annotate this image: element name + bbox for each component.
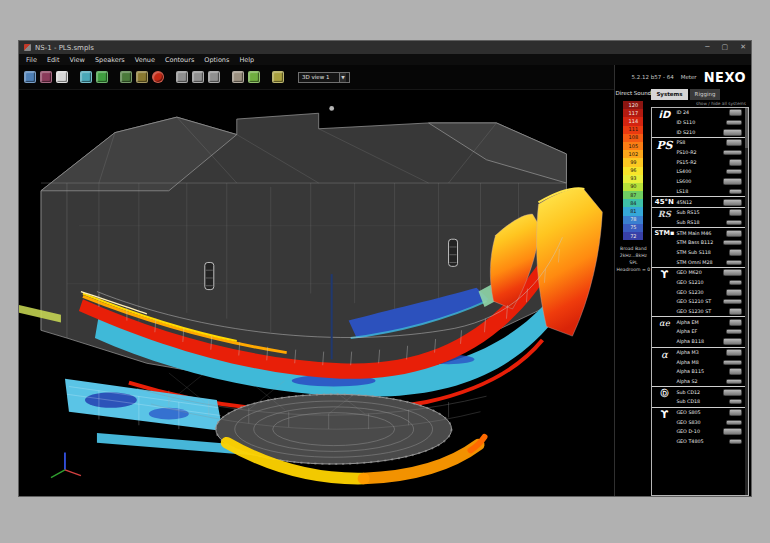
palette-item[interactable]: Alpha EM: [676, 317, 745, 327]
alpha-series-logo: α: [652, 348, 676, 387]
palette-item[interactable]: GEO S1210: [676, 278, 745, 288]
menu-edit[interactable]: Edit: [47, 56, 60, 64]
scale-value: 72: [630, 234, 636, 239]
listener-position-3-icon[interactable]: [208, 71, 220, 83]
palette-item[interactable]: STM Main M46: [676, 228, 745, 238]
tab-systems[interactable]: Systems: [651, 89, 687, 100]
view-selector[interactable]: 3D view 1▼: [298, 72, 350, 83]
speaker-thumbnail: [729, 209, 742, 216]
maximize-button[interactable]: ▢: [722, 41, 729, 54]
palette-item[interactable]: GEO S1230 ST: [676, 307, 745, 317]
palette-item[interactable]: Alpha EF: [676, 327, 745, 337]
options-icon[interactable]: [272, 71, 284, 83]
palette-item[interactable]: GEO S1210 ST: [676, 297, 745, 307]
palette-item[interactable]: STM Bass B112: [676, 238, 745, 248]
open-project-icon[interactable]: [24, 71, 36, 83]
link-views-icon[interactable]: [80, 71, 92, 83]
rotate-view-icon[interactable]: [232, 71, 244, 83]
palette-item[interactable]: STM Omni M28: [676, 257, 745, 267]
palette-item[interactable]: LS18: [676, 187, 745, 197]
new-view-icon[interactable]: [56, 71, 68, 83]
palette-item[interactable]: ID S210: [676, 127, 745, 137]
speaker-thumbnail: [723, 178, 742, 185]
spl-color-scale: 1201171141111081051029996939087848178757…: [623, 101, 643, 240]
menu-speakers[interactable]: Speakers: [95, 56, 125, 64]
menu-contours[interactable]: Contours: [165, 56, 194, 64]
speaker-thumbnail: [726, 349, 742, 356]
palette-item[interactable]: 45N12: [676, 197, 745, 207]
legend-title: Direct Sound: [616, 90, 652, 96]
palette-item-label: Sub CD12: [676, 390, 723, 395]
palette-item[interactable]: GEO S805: [676, 408, 745, 418]
palette-item[interactable]: Alpha S2: [676, 377, 745, 387]
speaker-thumbnail: [723, 129, 742, 136]
scale-value: 81: [630, 209, 636, 214]
palette-item[interactable]: GEO S830: [676, 417, 745, 427]
palette-item-label: GEO S1210 ST: [676, 299, 723, 304]
palette-item[interactable]: GEO S1230: [676, 287, 745, 297]
compute-icon[interactable]: [152, 71, 164, 83]
palette-item[interactable]: LS600: [676, 177, 745, 187]
palette-item[interactable]: PS8: [676, 138, 745, 148]
save-project-icon[interactable]: [40, 71, 52, 83]
chevron-down-icon[interactable]: ▼: [339, 73, 346, 82]
cd-series-logo: Ⓓ: [652, 387, 676, 406]
palette-item[interactable]: LS400: [676, 167, 745, 177]
tab-rigging[interactable]: Rigging: [690, 89, 721, 100]
close-button[interactable]: ✕: [740, 41, 746, 54]
measure-icon[interactable]: [248, 71, 260, 83]
palette-section-alpha-series: αAlpha M3Alpha M8Alpha B115Alpha S2: [652, 348, 745, 388]
palette-item[interactable]: Sub RS18: [676, 218, 745, 228]
palette-item[interactable]: STM Sub S118: [676, 248, 745, 258]
palette-item[interactable]: GEO D-10: [676, 427, 745, 437]
rigging-point[interactable]: [329, 106, 334, 111]
speaker-thumbnail: [723, 299, 742, 304]
palette-section-45n-series: 45°N45N12: [652, 197, 745, 208]
scale-band: 81: [623, 207, 643, 215]
speaker-thumbnail: [729, 399, 742, 404]
scale-value: 78: [630, 217, 636, 222]
venue-editor-icon[interactable]: [120, 71, 132, 83]
palette-item-label: GEO M620: [676, 270, 723, 275]
palette-item[interactable]: Sub RS15: [676, 208, 745, 218]
speaker-thumbnail: [729, 159, 742, 166]
palette-item[interactable]: Alpha B118: [676, 337, 745, 347]
palette-item[interactable]: Alpha M8: [676, 357, 745, 367]
palette-section-geo-legacy-series: ϒGEO S805GEO S830GEO D-10GEO T4805: [652, 408, 745, 447]
palette-item[interactable]: Alpha M3: [676, 348, 745, 358]
palette-item[interactable]: Sub CD12: [676, 387, 745, 397]
listener-position-1-icon[interactable]: [176, 71, 188, 83]
menu-help[interactable]: Help: [239, 56, 254, 64]
palette-item[interactable]: ID S110: [676, 118, 745, 128]
geo-series-logo: ϒ: [652, 268, 676, 316]
palette-item-label: LS600: [676, 179, 723, 184]
geo-legacy-series-logo: ϒ: [652, 408, 676, 447]
scale-value: 90: [630, 184, 636, 189]
menu-file[interactable]: File: [26, 56, 37, 64]
palette-item[interactable]: Alpha B115: [676, 367, 745, 377]
minimize-button[interactable]: ─: [705, 41, 709, 54]
palette-scrollbar[interactable]: [745, 108, 748, 495]
listener-position-2-icon[interactable]: [192, 71, 204, 83]
palette-item-label: GEO S805: [676, 410, 729, 415]
menu-options[interactable]: Options: [204, 56, 229, 64]
title-bar[interactable]: NS-1 - PLS.smpls ─▢✕: [19, 41, 751, 54]
palette-item[interactable]: ID 24: [676, 108, 745, 118]
speaker-thumbnail: [723, 360, 742, 365]
palette-item[interactable]: GEO T4805: [676, 437, 745, 447]
speaker-thumbnail: [726, 169, 742, 174]
palette-item[interactable]: GEO M620: [676, 268, 745, 278]
viewport-3d[interactable]: [19, 90, 614, 496]
mapping-icon[interactable]: [136, 71, 148, 83]
palette-item[interactable]: PS15-R2: [676, 157, 745, 167]
palette-item[interactable]: Sub CD18: [676, 397, 745, 407]
palette-item-label: Alpha B115: [676, 369, 729, 374]
menu-view[interactable]: View: [69, 56, 84, 64]
menu-venue[interactable]: Venue: [135, 56, 155, 64]
palette-item-label: GEO T4805: [676, 439, 729, 444]
palette-item[interactable]: PS10-R2: [676, 148, 745, 158]
series-logo-text: ϒ: [661, 269, 668, 280]
palette-list: iDID 24ID S110ID S210PSPS8PS10-R2PS15-R2…: [651, 107, 749, 496]
speaker-thumbnail: [726, 139, 742, 146]
add-speaker-icon[interactable]: [96, 71, 108, 83]
